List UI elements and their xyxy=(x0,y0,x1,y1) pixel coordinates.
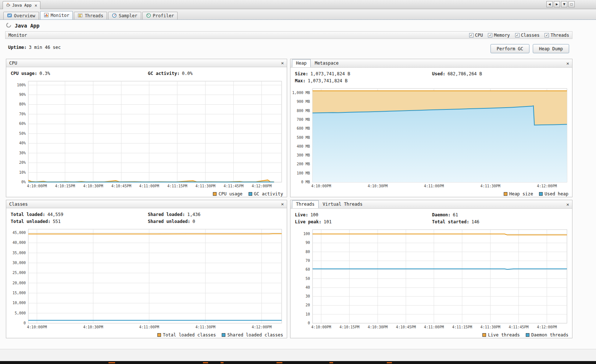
tab-monitor[interactable]: Monitor xyxy=(40,11,73,19)
status-bar xyxy=(0,349,596,361)
used-heap-legend-label: Used heap xyxy=(545,191,568,197)
cpu-usage-label: CPU usage: xyxy=(11,71,37,76)
svg-text:4:10:00PM: 4:10:00PM xyxy=(27,184,47,188)
tab-threads[interactable]: Threads xyxy=(74,12,107,19)
cpu-stats: CPU usage:0.3% GC activity:0.0% xyxy=(6,67,287,77)
svg-text:4:10:45PM: 4:10:45PM xyxy=(396,325,416,329)
threads-checkbox[interactable]: ✓ Threads xyxy=(545,33,569,38)
total-started-value: 146 xyxy=(471,219,479,224)
svg-text:10,000: 10,000 xyxy=(13,301,26,305)
svg-text:4:12:00PM: 4:12:00PM xyxy=(251,325,271,329)
cpu-usage-value: 0.3% xyxy=(39,71,50,76)
tab-threads-live[interactable]: Threads xyxy=(292,200,319,208)
action-buttons: Perform GC Heap Dump xyxy=(490,44,569,53)
svg-text:90: 90 xyxy=(306,241,310,245)
svg-text:4:11:30PM: 4:11:30PM xyxy=(481,325,500,329)
tab-overview[interactable]: Overview xyxy=(3,12,39,19)
live-peak-label: Live peak: xyxy=(295,219,321,224)
tab-metaspace[interactable]: Metaspace xyxy=(311,59,343,67)
document-tab-java-app[interactable]: Java App × xyxy=(3,1,40,9)
checkbox-check-icon: ✓ xyxy=(545,33,549,37)
checkbox-check-icon: ✓ xyxy=(469,33,474,37)
threads-checkbox-label: Threads xyxy=(550,33,569,38)
tab-list-dropdown-button[interactable]: ▼ xyxy=(561,1,567,7)
threads-chart-legend: Live threads Daemon threads xyxy=(290,331,572,339)
svg-text:60: 60 xyxy=(306,267,310,271)
used-heap-swatch xyxy=(539,192,543,196)
maximize-button[interactable]: □ xyxy=(568,1,575,7)
svg-text:20,000: 20,000 xyxy=(13,281,26,285)
cpu-checkbox[interactable]: ✓ CPU xyxy=(469,33,483,38)
heap-max-label: Max: xyxy=(295,78,306,83)
classes-checkbox-label: Classes xyxy=(521,33,540,38)
svg-text:4:11:30PM: 4:11:30PM xyxy=(481,184,500,188)
nav-back-button[interactable]: ◀ xyxy=(546,1,553,7)
svg-text:10: 10 xyxy=(306,312,310,316)
sampler-icon xyxy=(112,13,117,19)
tab-sampler[interactable]: Sampler xyxy=(108,12,141,19)
close-icon[interactable]: × xyxy=(281,60,284,66)
heap-dump-button[interactable]: Heap Dump xyxy=(533,44,569,53)
svg-text:20%: 20% xyxy=(19,161,26,165)
threads-panel-header: Threads Virtual Threads × xyxy=(290,200,572,209)
threads-panel: Threads Virtual Threads × Live:100 Daemo… xyxy=(290,200,572,338)
svg-text:80: 80 xyxy=(306,250,310,254)
heap-chart-legend: Heap size Used heap xyxy=(290,190,572,198)
monitor-icon xyxy=(44,12,49,19)
tab-virtual-threads[interactable]: Virtual Threads xyxy=(319,200,367,208)
cpu-panel: CPU × CPU usage:0.3% GC activity:0.0% 0%… xyxy=(6,59,287,197)
threads-chart: 01020304050607080901004:10:00PM4:10:15PM… xyxy=(291,227,571,331)
classes-checkbox[interactable]: ✓ Classes xyxy=(515,33,540,38)
nav-forward-button[interactable]: ▶ xyxy=(554,1,560,7)
gc-activity-legend-label: GC activity xyxy=(254,191,283,197)
memory-checkbox-label: Memory xyxy=(494,33,510,38)
visualvm-window: Java App × ◀ ▶ ▼ □ Overview Monitor xyxy=(0,0,596,364)
document-tab-label: Java App xyxy=(12,3,32,8)
tab-heap[interactable]: Heap xyxy=(292,59,311,67)
close-icon[interactable]: × xyxy=(281,201,284,207)
threads-panel-tabs: Threads Virtual Threads xyxy=(292,200,367,208)
svg-text:0: 0 xyxy=(308,321,310,325)
view-tab-bar: Overview Monitor Threads Sampler Profile… xyxy=(0,9,596,20)
live-label: Live: xyxy=(295,212,308,217)
perform-gc-button[interactable]: Perform GC xyxy=(490,44,529,53)
daemon-threads-swatch xyxy=(526,333,529,337)
svg-text:15,000: 15,000 xyxy=(13,291,26,295)
total-loaded-swatch xyxy=(157,333,161,337)
close-icon[interactable]: × xyxy=(566,61,569,66)
svg-text:4:11:30PM: 4:11:30PM xyxy=(196,184,215,188)
svg-text:800 MB: 800 MB xyxy=(297,109,310,113)
memory-checkbox[interactable]: ✓ Memory xyxy=(488,33,510,38)
tab-profiler[interactable]: Profiler xyxy=(142,12,178,19)
svg-text:40: 40 xyxy=(306,285,310,289)
svg-text:4:10:30PM: 4:10:30PM xyxy=(83,184,103,188)
svg-text:4:11:45PM: 4:11:45PM xyxy=(224,184,243,188)
close-tab-icon[interactable]: × xyxy=(35,3,37,8)
gc-activity-label: GC activity: xyxy=(148,71,180,76)
svg-text:900 MB: 900 MB xyxy=(297,100,310,104)
svg-text:4:11:15PM: 4:11:15PM xyxy=(452,325,472,329)
checkbox-check-icon: ✓ xyxy=(515,33,520,37)
svg-text:400 MB: 400 MB xyxy=(297,144,310,148)
heap-size-label: Size: xyxy=(295,71,308,76)
uptime-label: Uptime: xyxy=(8,45,27,50)
svg-text:4:10:30PM: 4:10:30PM xyxy=(368,184,388,188)
svg-text:700 MB: 700 MB xyxy=(297,118,310,122)
memory-panel-header: Heap Metaspace × xyxy=(290,59,572,68)
gc-activity-swatch xyxy=(249,192,252,196)
svg-text:0 MB: 0 MB xyxy=(301,180,310,184)
svg-text:4:10:00PM: 4:10:00PM xyxy=(311,325,331,329)
svg-text:30%: 30% xyxy=(19,151,26,155)
svg-text:4:10:00PM: 4:10:00PM xyxy=(27,325,47,329)
close-icon[interactable]: × xyxy=(566,202,569,207)
document-tab-bar: Java App × ◀ ▶ ▼ □ xyxy=(0,0,596,9)
svg-text:5,000: 5,000 xyxy=(15,311,26,315)
cpu-chart-legend: CPU usage GC activity xyxy=(6,190,287,198)
svg-text:4:11:30PM: 4:11:30PM xyxy=(196,325,215,329)
svg-text:4:11:00PM: 4:11:00PM xyxy=(139,184,159,188)
classes-stats: Total loaded:44,559 Shared loaded:1,436 … xyxy=(6,208,287,225)
svg-text:40,000: 40,000 xyxy=(13,241,26,245)
svg-text:4:12:00PM: 4:12:00PM xyxy=(251,184,271,188)
svg-text:90%: 90% xyxy=(19,93,26,97)
gc-activity-value: 0.0% xyxy=(182,71,193,76)
